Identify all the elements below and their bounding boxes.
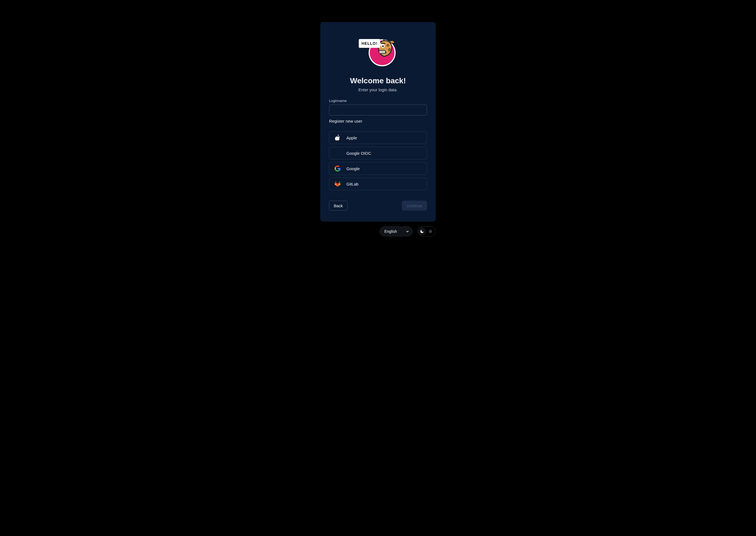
idp-gitlab-label: GitLab — [346, 182, 422, 186]
idp-gitlab-button[interactable]: GitLab — [329, 178, 427, 190]
idp-list: Apple Google OIDC Google — [329, 131, 427, 190]
chevron-down-icon — [406, 230, 409, 233]
idp-google-oidc-button[interactable]: Google OIDC — [329, 147, 427, 159]
theme-toggle[interactable] — [417, 226, 436, 236]
speech-bubble: HELLO! — [359, 39, 380, 48]
idp-google-label: Google — [346, 166, 422, 171]
gitlab-icon — [334, 181, 341, 187]
apple-icon — [334, 134, 341, 141]
idp-apple-button[interactable]: Apple — [329, 131, 427, 144]
google-icon — [334, 165, 341, 172]
svg-point-9 — [430, 231, 431, 232]
footer-bar: English — [320, 226, 436, 236]
idp-google-button[interactable]: Google — [329, 162, 427, 175]
svg-line-14 — [429, 230, 430, 230]
register-link[interactable]: Register new user — [329, 119, 362, 123]
svg-point-1 — [388, 48, 391, 51]
loginname-input[interactable] — [329, 104, 427, 116]
sun-icon — [426, 229, 435, 234]
page-subtitle: Enter your login data. — [329, 87, 427, 92]
loginname-label: Loginname — [329, 99, 427, 103]
svg-point-0 — [387, 44, 389, 47]
login-card: HELLO! Welcome back! Enter your login da… — [320, 22, 436, 221]
idp-google-oidc-label: Google OIDC — [346, 151, 422, 155]
blank-icon — [334, 150, 341, 156]
page-title: Welcome back! — [329, 77, 427, 85]
language-select[interactable]: English — [380, 226, 413, 236]
svg-rect-5 — [379, 50, 385, 53]
logo: HELLO! — [329, 30, 427, 71]
action-row: Back continue — [329, 201, 427, 211]
back-button[interactable]: Back — [329, 201, 348, 211]
continue-button[interactable]: continue — [402, 201, 427, 211]
svg-line-16 — [429, 232, 430, 233]
moon-icon — [418, 227, 426, 236]
idp-apple-label: Apple — [346, 136, 422, 140]
language-selected-label: English — [384, 229, 397, 234]
